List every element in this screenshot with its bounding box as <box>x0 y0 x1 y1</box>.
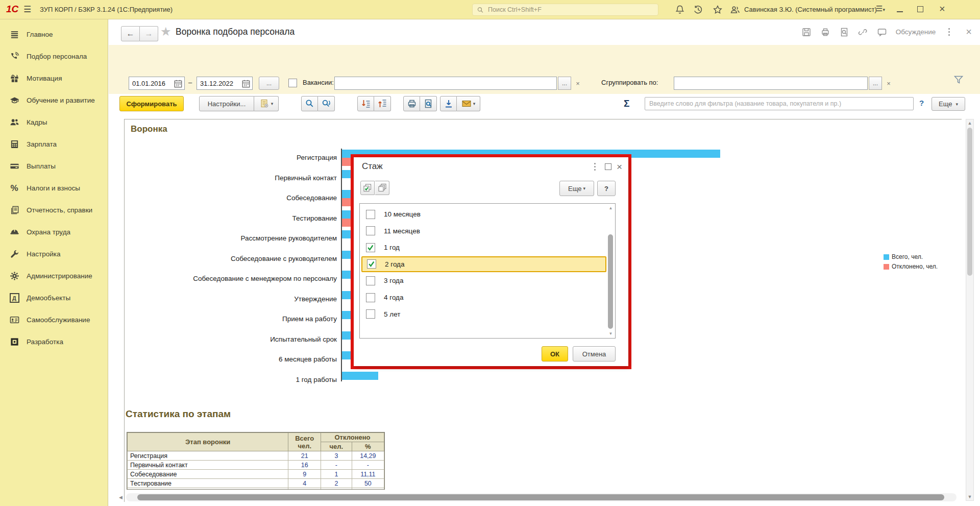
table-row[interactable]: Регистрация21314,29 <box>128 451 384 461</box>
expand-groups-button[interactable] <box>357 96 374 111</box>
minimize-button[interactable] <box>897 11 903 12</box>
vacancies-clear-button[interactable]: × <box>572 77 583 90</box>
global-search-input[interactable] <box>487 6 654 14</box>
vacancies-checkbox[interactable] <box>288 79 297 87</box>
favorite-star-icon[interactable]: ★ <box>160 25 172 39</box>
group-by-field[interactable] <box>674 77 868 90</box>
dialog-close-icon[interactable]: × <box>617 164 622 170</box>
experience-option[interactable]: 2 года <box>361 256 606 272</box>
favorites-star-icon[interactable] <box>713 5 723 15</box>
back-button[interactable]: ← <box>121 26 140 41</box>
print-icon[interactable] <box>820 27 830 37</box>
scroll-up-icon[interactable]: ▲ <box>607 206 614 210</box>
experience-option[interactable]: 11 месяцев <box>361 223 606 239</box>
vacancies-field[interactable] <box>334 77 557 90</box>
calendar-icon[interactable] <box>241 79 251 87</box>
date-from-field[interactable] <box>129 77 185 90</box>
dialog-list-scrollbar[interactable]: ▲ ▼ <box>607 205 614 337</box>
sidebar-item-taxes[interactable]: %Налоги и взносы <box>0 177 108 199</box>
horizontal-scroll-thumb[interactable] <box>137 494 944 500</box>
preview-button[interactable] <box>420 96 437 111</box>
experience-options-list[interactable]: 10 месяцев11 месяцев1 год2 года3 года4 г… <box>359 203 616 339</box>
ok-button[interactable]: ОК <box>542 346 568 362</box>
date-to-field[interactable] <box>197 77 253 90</box>
generate-button[interactable]: Сформировать <box>119 96 184 111</box>
uncheck-all-button[interactable] <box>375 181 389 195</box>
calendar-icon[interactable] <box>174 79 183 87</box>
sidebar-item-payments[interactable]: Выплаты <box>0 155 108 177</box>
discussion-label[interactable]: Обсуждение <box>896 28 936 36</box>
checkbox-checked-icon[interactable] <box>367 259 376 269</box>
scroll-down-icon[interactable]: ▼ <box>966 494 973 499</box>
totals-sigma-icon[interactable]: Σ <box>624 98 629 109</box>
print-preview-icon[interactable] <box>839 27 849 37</box>
experience-option[interactable]: 3 года <box>361 273 606 288</box>
sidebar-item-administration[interactable]: Администрирование <box>0 265 108 287</box>
sidebar-item-development[interactable]: Разработка <box>0 331 108 353</box>
more-button[interactable]: Еще▾ <box>932 97 965 111</box>
checkbox-icon[interactable] <box>366 309 375 319</box>
group-by-input[interactable] <box>674 80 867 87</box>
restore-button[interactable] <box>917 6 923 12</box>
find-button[interactable] <box>301 96 318 111</box>
group-by-clear-button[interactable]: × <box>883 77 894 90</box>
scroll-left-icon[interactable]: ◀ <box>119 495 122 500</box>
bar-total[interactable] <box>342 372 378 380</box>
checkbox-icon[interactable] <box>366 276 375 285</box>
dialog-more-icon[interactable] <box>594 166 596 167</box>
scroll-up-icon[interactable]: ▲ <box>966 121 973 126</box>
checkbox-checked-icon[interactable] <box>366 243 375 252</box>
service-menu-icon[interactable]: ☰▾ <box>876 4 885 13</box>
collapse-groups-button[interactable] <box>374 96 391 111</box>
vertical-scrollbar[interactable]: ▲ ▼ <box>966 119 974 501</box>
date-from-input[interactable] <box>129 80 174 87</box>
sidebar-item-self-service[interactable]: Самообслуживание <box>0 309 108 331</box>
period-picker-button[interactable]: ... <box>259 77 279 90</box>
sidebar-item-training[interactable]: Обучение и развитие <box>0 89 108 111</box>
forward-button[interactable]: → <box>140 26 158 41</box>
checkbox-icon[interactable] <box>366 226 375 235</box>
horizontal-scrollbar[interactable]: ◀ <box>126 493 957 501</box>
sidebar-item-motivation[interactable]: Мотивация <box>0 67 108 89</box>
window-close-button[interactable]: × <box>939 3 945 15</box>
vertical-scroll-thumb[interactable] <box>967 128 972 276</box>
dialog-more-button[interactable]: Еще▾ <box>559 181 594 196</box>
sidebar-item-main[interactable]: Главное <box>0 23 108 45</box>
send-mail-button[interactable]: ▾ <box>457 96 480 111</box>
sidebar-item-labor-safety[interactable]: Охрана труда <box>0 221 108 243</box>
print-button[interactable] <box>403 96 420 111</box>
more-actions-icon[interactable] <box>948 31 950 33</box>
experience-option[interactable]: 10 месяцев <box>361 206 606 222</box>
filter-funnel-icon[interactable] <box>953 75 964 87</box>
table-row[interactable]: Первичный контакт16-- <box>128 461 384 470</box>
experience-option[interactable]: 4 года <box>361 290 606 305</box>
table-row[interactable]: Тестирование4250 <box>128 479 384 488</box>
find-next-button[interactable] <box>318 96 335 111</box>
save-result-button[interactable] <box>440 96 457 111</box>
experience-option[interactable]: 1 год <box>361 239 606 255</box>
help-link[interactable]: ? <box>919 99 924 107</box>
sidebar-item-demo-objects[interactable]: ДДемообъекты <box>0 287 108 309</box>
sidebar-item-salary[interactable]: Зарплата <box>0 133 108 155</box>
settings-button[interactable]: Настройки... <box>199 96 254 111</box>
stats-table[interactable]: Этап воронки Всего чел. Отклонено чел. %… <box>127 432 385 490</box>
sidebar-item-setup[interactable]: Настройка <box>0 243 108 265</box>
quick-filter-field[interactable] <box>645 97 914 110</box>
link-icon[interactable] <box>858 27 868 37</box>
history-icon[interactable] <box>693 5 703 15</box>
sidebar-item-hr[interactable]: Кадры <box>0 111 108 133</box>
check-all-button[interactable] <box>360 181 375 195</box>
checkbox-icon[interactable] <box>366 293 375 302</box>
cancel-button[interactable]: Отмена <box>573 346 616 362</box>
users-icon[interactable] <box>730 5 740 15</box>
vacancies-input[interactable] <box>335 80 556 87</box>
checkbox-icon[interactable] <box>366 210 375 219</box>
discussion-icon[interactable] <box>877 27 887 37</box>
scroll-down-icon[interactable]: ▼ <box>607 331 614 336</box>
report-variants-button[interactable]: ▾ <box>254 96 279 111</box>
table-row[interactable]: Рассмотрение руководителем7 <box>128 488 384 490</box>
dialog-help-button[interactable]: ? <box>597 181 616 196</box>
date-to-input[interactable] <box>197 80 241 87</box>
experience-option[interactable]: 5 лет <box>361 306 606 322</box>
quick-filter-input[interactable] <box>645 100 913 107</box>
